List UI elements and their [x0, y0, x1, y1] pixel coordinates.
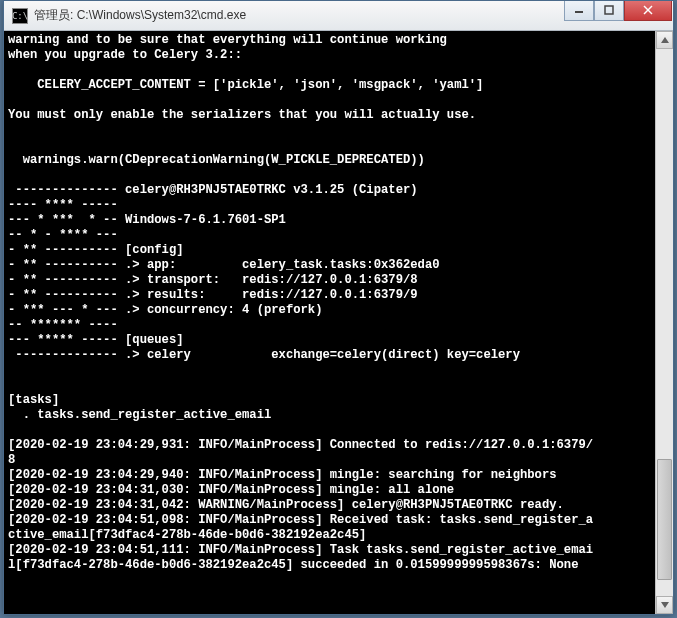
- svg-rect-1: [605, 6, 613, 14]
- close-button[interactable]: [624, 1, 672, 21]
- svg-marker-4: [661, 37, 669, 43]
- close-icon: [643, 5, 653, 15]
- scroll-down-button[interactable]: [656, 596, 673, 614]
- titlebar[interactable]: C:\ 管理员: C:\Windows\System32\cmd.exe: [4, 1, 673, 31]
- maximize-button[interactable]: [594, 1, 624, 21]
- scroll-track[interactable]: [656, 49, 673, 596]
- minimize-icon: [574, 5, 584, 15]
- command-prompt-window: C:\ 管理员: C:\Windows\System32\cmd.exe war…: [3, 0, 674, 615]
- scroll-up-button[interactable]: [656, 31, 673, 49]
- terminal-output[interactable]: warning and to be sure that everything w…: [4, 31, 655, 614]
- svg-marker-5: [661, 602, 669, 608]
- chevron-down-icon: [661, 602, 669, 608]
- scroll-thumb[interactable]: [657, 459, 672, 579]
- vertical-scrollbar[interactable]: [655, 31, 673, 614]
- chevron-up-icon: [661, 37, 669, 43]
- window-controls: [564, 1, 672, 21]
- minimize-button[interactable]: [564, 1, 594, 21]
- maximize-icon: [604, 5, 614, 15]
- cmd-icon: C:\: [12, 8, 28, 24]
- window-title: 管理员: C:\Windows\System32\cmd.exe: [34, 7, 564, 24]
